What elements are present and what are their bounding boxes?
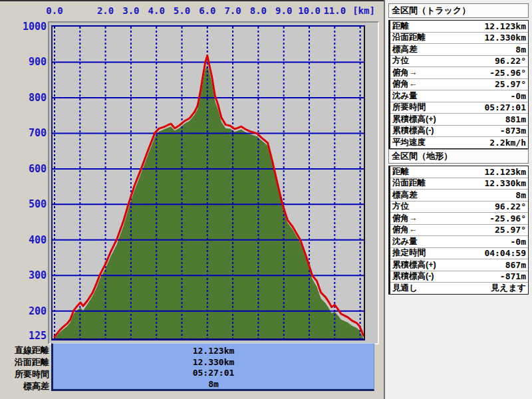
panel-table-track: 距離12.123km沿面距離12.330km標高差8m方位96.22°俯角→-2… — [388, 20, 529, 149]
info-row-label: 俯角→ — [392, 67, 418, 78]
y-tick-label: 900 — [29, 56, 47, 68]
info-row: 累積標高(+)881m — [390, 114, 528, 126]
x-axis-unit-label: [km] — [352, 5, 375, 16]
summary-label: 直線距離 — [0, 344, 49, 356]
x-tick-label: 3.0 — [122, 5, 139, 16]
info-row-label: 所要時間 — [392, 102, 426, 113]
summary-label: 標高差 — [0, 380, 49, 392]
x-tick-label: 2.0 — [97, 5, 114, 16]
y-tick-label: 125 — [29, 330, 47, 342]
info-row-value: 8m — [515, 190, 526, 200]
info-row: 方位96.22° — [390, 201, 528, 213]
info-row-value: 25.97° — [495, 79, 526, 89]
info-row-value: 8m — [515, 45, 526, 55]
panel-header-track: 全区間（トラック） — [388, 3, 529, 18]
info-row-value: -0m — [511, 91, 526, 101]
info-row-label: 俯角← — [392, 78, 418, 90]
info-row: 方位96.22° — [390, 56, 528, 68]
info-row-value: 25.97° — [495, 225, 526, 235]
info-row: 所要時間05:27:01 — [390, 102, 528, 114]
summary-value: 8m — [53, 379, 374, 390]
summary-label: 沿面距離 — [0, 356, 49, 368]
info-row-label: 累積標高(+) — [392, 114, 436, 125]
info-row-label: 見通し — [392, 283, 418, 294]
info-row-value: 867m — [505, 260, 526, 270]
info-row: 標高差8m — [390, 190, 528, 201]
info-row-value: 2.2km/h — [489, 138, 526, 148]
elevation-profile-canvas — [53, 27, 364, 338]
x-tick-label: 0.0 — [46, 5, 63, 16]
summary-value: 12.330km — [53, 357, 374, 368]
terrain-area — [55, 65, 363, 338]
info-row-label: 平均速度 — [392, 137, 426, 148]
info-row-value: -25.96° — [489, 68, 526, 78]
info-row: 沿面距離12.330km — [390, 33, 528, 45]
info-row-label: 沿面距離 — [392, 32, 426, 43]
x-tick-label: 8.0 — [250, 5, 267, 16]
summary-value-box: 12.123km12.330km05:27:018m — [51, 343, 374, 391]
info-row-label: 推定時間 — [392, 247, 426, 259]
info-row-label: 沈み量 — [392, 236, 418, 247]
info-row-value: -873m — [500, 126, 526, 136]
info-row-value: 04:04:59 — [484, 248, 526, 258]
info-row-label: 俯角← — [392, 224, 418, 235]
y-tick-label: 1000 — [23, 21, 47, 33]
x-tick-label: 9.0 — [275, 5, 292, 16]
info-row-value: -0m — [511, 237, 526, 247]
info-row-label: 俯角→ — [392, 213, 418, 224]
info-row: 沈み量-0m — [390, 90, 528, 102]
info-row: 累積標高(-)-873m — [390, 126, 528, 138]
info-row: 累積標高(+)867m — [390, 259, 528, 271]
info-row-value: 881m — [505, 114, 526, 124]
info-row: 平均速度2.2km/h — [390, 137, 528, 148]
panel-header-terrain: 全区間（地形） — [388, 149, 529, 164]
y-tick-label: 400 — [29, 234, 47, 246]
x-tick-label: 7.0 — [224, 5, 241, 16]
y-tick-label: 500 — [29, 198, 47, 210]
info-row: 俯角←25.97° — [390, 79, 528, 91]
info-row-value: 96.22° — [495, 201, 526, 211]
panel-table-terrain: 距離12.123km沿面距離12.330km標高差8m方位96.22°俯角→-2… — [388, 166, 529, 295]
y-tick-label: 800 — [29, 92, 47, 104]
info-row-value: 12.123km — [484, 167, 526, 177]
y-tick-label: 600 — [29, 163, 47, 175]
summary-labels: 直線距離沿面距離所要時間標高差 — [0, 344, 49, 392]
x-axis-labels: 0.02.03.04.05.06.07.08.09.010.011.0 — [0, 5, 383, 17]
info-row: 俯角←25.97° — [390, 225, 528, 237]
y-axis-labels: 1000900800700600500400300200125 — [0, 0, 48, 346]
info-row-value: 05:27:01 — [484, 102, 526, 112]
info-row-label: 累積標高(-) — [392, 271, 434, 282]
x-tick-label: 11.0 — [323, 5, 346, 16]
info-row: 沿面距離12.330km — [390, 178, 528, 190]
track-info-pane: 全区間（トラック）距離12.123km沿面距離12.330km標高差8m方位96… — [384, 0, 532, 399]
info-row-label: 沿面距離 — [392, 178, 426, 189]
info-row-label: 沈み量 — [392, 90, 418, 102]
info-row-label: 累積標高(+) — [392, 259, 436, 271]
info-row-value: 96.22° — [495, 56, 526, 66]
summary-value: 05:27:01 — [53, 368, 374, 379]
info-row-value: 12.330km — [484, 33, 526, 43]
info-row-label: 累積標高(-) — [392, 125, 434, 136]
info-row-label: 距離 — [392, 166, 409, 178]
x-tick-label: 5.0 — [174, 5, 190, 16]
elevation-profile-window: { "accent_colors": { "axis_text": "#1717… — [0, 0, 532, 399]
y-tick-label: 200 — [29, 305, 47, 317]
info-row: 累積標高(-)-871m — [390, 271, 528, 283]
info-row-label: 距離 — [392, 21, 409, 32]
info-row-value: 12.330km — [484, 178, 526, 188]
y-tick-label: 700 — [29, 127, 47, 139]
info-row-value: 見えます — [491, 282, 526, 294]
info-row: 沈み量-0m — [390, 236, 528, 248]
info-row: 距離12.123km — [390, 166, 528, 178]
info-row: 俯角→-25.96° — [390, 67, 528, 79]
info-row-value: 12.123km — [484, 21, 526, 31]
x-tick-label: 4.0 — [148, 5, 165, 16]
info-row-label: 標高差 — [392, 190, 418, 201]
info-row-label: 方位 — [392, 55, 409, 66]
elevation-profile-plot[interactable] — [51, 25, 365, 340]
info-row: 見通し見えます — [390, 283, 528, 294]
x-tick-label: 10.0 — [298, 5, 321, 16]
info-row-label: 方位 — [392, 201, 409, 212]
info-row: 距離12.123km — [390, 21, 528, 33]
y-tick-label: 300 — [29, 269, 47, 281]
